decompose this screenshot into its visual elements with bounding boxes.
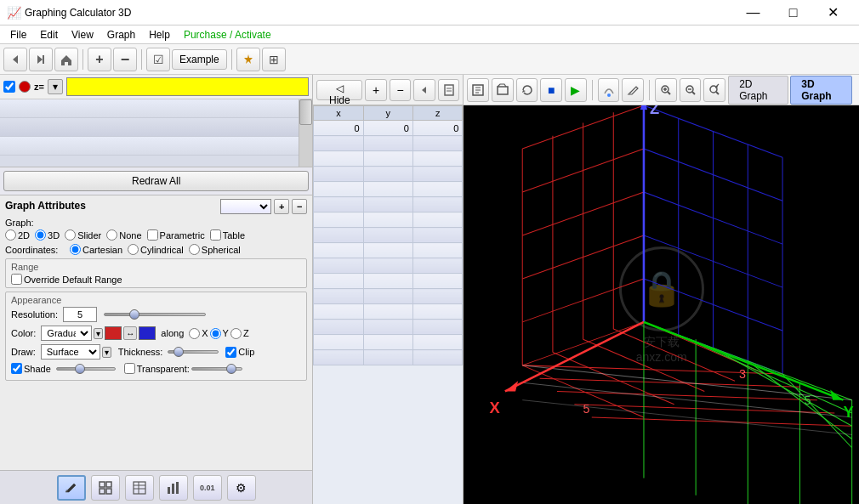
svg-line-61 [592,417,852,426]
gt-zoomin-button[interactable] [655,78,677,102]
radio-spherical[interactable]: Spherical [189,244,241,255]
shade-check[interactable]: Shade [11,363,51,374]
svg-rect-12 [445,85,453,95]
resolution-label: Resolution: [11,309,58,320]
svg-rect-9 [168,487,170,494]
gt-stop-button[interactable]: ■ [540,78,562,102]
graph-canvas[interactable]: 🔒 安下载anxz.com [464,105,859,504]
center-back-button[interactable] [413,79,435,101]
clip-check[interactable]: Clip [225,347,254,358]
gt-zoomout-button[interactable] [680,78,702,102]
table-row [314,182,463,197]
add-button[interactable]: + [88,48,111,71]
color-swatch-red[interactable] [105,326,122,340]
y-axis-num: 5 [805,394,811,407]
gt-zoomfit-button[interactable] [703,78,725,102]
svg-line-55 [614,329,736,381]
gt-refresh-button[interactable] [516,78,538,102]
bars-tool-button[interactable] [159,475,188,501]
example-button[interactable]: Example [172,49,227,70]
tab-3d-graph[interactable]: 3D Graph [790,76,852,105]
resolution-input[interactable]: 5 [63,307,97,322]
draw-tool-button[interactable] [57,475,86,501]
gt-play-button[interactable]: ▶ [565,78,587,102]
menu-edit[interactable]: Edit [33,27,65,42]
color-swatch-blue[interactable] [139,326,156,340]
decimal-tool-button[interactable]: 0.01 [193,475,222,501]
graph-type-label: Graph: [5,218,65,228]
table-row [314,304,463,320]
separator-rt [592,80,593,100]
check-button[interactable]: ☑ [146,48,170,71]
color-type-select[interactable]: Gradual [41,326,92,341]
forward-button[interactable] [29,48,53,71]
title-bar: 📈 Graphing Calculator 3D — □ ✕ [0,0,859,25]
transparent-slider[interactable] [191,367,242,371]
transparent-check[interactable]: Transparent: [124,363,190,374]
remove-button[interactable]: − [113,48,137,71]
thickness-label: Thickness: [118,347,163,357]
bottom-floor [523,322,852,426]
menu-graph[interactable]: Graph [100,27,142,42]
equation-checkbox[interactable] [3,81,15,93]
grid-tool-button[interactable] [91,475,120,501]
tab-2d-graph[interactable]: 2D Graph [728,76,788,105]
redraw-button[interactable]: Redraw All [3,171,309,191]
menu-help[interactable]: Help [142,27,177,42]
remove-attr-button[interactable]: − [292,199,307,214]
checkbox-table[interactable]: Table [210,229,245,241]
radio-x[interactable]: X [189,328,208,339]
equation-color[interactable] [19,81,31,93]
hide-button[interactable]: ◁ Hide [316,80,362,100]
add-attr-button[interactable]: + [274,199,289,214]
cell-x: 0 [314,121,363,136]
table-row [314,151,463,167]
gt-paint-button[interactable] [598,78,620,102]
center-add-button[interactable]: + [365,79,386,101]
svg-line-29 [716,92,719,94]
svg-rect-19 [498,87,508,94]
coord-group: Cartesian Cylindrical Spherical [70,244,241,255]
gt-new-button[interactable] [467,78,489,102]
minimize-button[interactable]: — [734,0,772,25]
back-button[interactable] [3,48,27,71]
table-row [314,274,463,289]
gt-pencil-button[interactable] [622,78,644,102]
checkbox-parametric[interactable]: Parametric [147,229,205,241]
radio-cartesian[interactable]: Cartesian [70,244,122,255]
settings-tool-button[interactable]: ⚙ [227,475,256,501]
menu-view[interactable]: View [65,27,100,42]
color-dropdown-btn[interactable]: ▾ [94,328,103,339]
color-swap-button[interactable]: ↔ [123,326,137,340]
table-tool-button[interactable] [125,475,154,501]
radio-slider[interactable]: Slider [65,229,101,241]
scrollbar-v[interactable] [299,99,312,167]
home-button[interactable] [54,48,78,71]
radio-none[interactable]: None [106,229,141,241]
radio-3d[interactable]: 3D [35,229,60,241]
equation-input[interactable] [66,77,309,96]
draw-type-select[interactable]: Surface [41,344,100,360]
radio-z[interactable]: Z [230,328,249,339]
radio-y[interactable]: Y [210,328,229,339]
menu-purchase[interactable]: Purchase / Activate [177,27,278,42]
radio-2d[interactable]: 2D [5,229,30,241]
pin-button[interactable] [236,48,260,71]
grid-button[interactable]: ⊞ [262,48,286,71]
center-remove-button[interactable]: − [390,79,411,101]
center-panel: ◁ Hide + − x y z 0 0 [313,75,464,504]
equation-scroll[interactable]: ▾ [48,79,63,94]
col-z: z [412,106,462,121]
menu-file[interactable]: File [3,27,33,42]
thickness-slider[interactable] [168,350,219,354]
gt-open-button[interactable] [492,78,514,102]
maximize-button[interactable]: □ [774,0,812,25]
resolution-slider[interactable] [104,313,206,316]
close-button[interactable]: ✕ [814,0,852,25]
shade-slider[interactable] [56,367,116,371]
radio-cylindrical[interactable]: Cylindrical [128,244,184,255]
override-range-check[interactable]: Override Default Range [11,274,301,285]
center-page-button[interactable] [438,79,459,101]
draw-dropdown-btn[interactable]: ▾ [102,347,111,358]
color-dropdown[interactable] [220,199,271,214]
